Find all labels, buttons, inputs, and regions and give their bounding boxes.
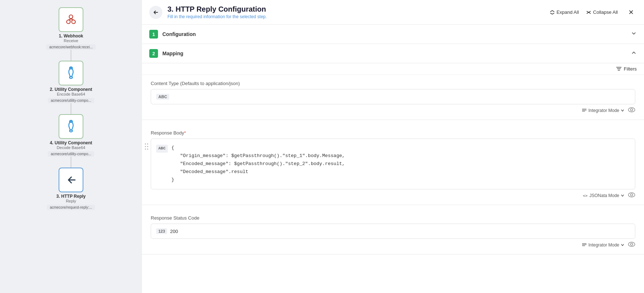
utility1-box[interactable] bbox=[59, 61, 83, 85]
svg-point-1 bbox=[72, 20, 75, 24]
utility2-box[interactable] bbox=[59, 114, 83, 139]
response-status-actions: Integrator Mode bbox=[151, 242, 635, 248]
mapping-content: Filters Content Type (Defaults to applic… bbox=[142, 63, 644, 254]
svg-text:<>: <> bbox=[583, 193, 588, 198]
response-body-preview-button[interactable] bbox=[628, 192, 635, 199]
svg-point-22 bbox=[631, 243, 633, 245]
expand-all-label: Expand All bbox=[557, 9, 579, 15]
response-status-mode-label: Integrator Mode bbox=[588, 242, 619, 248]
httpreply-box[interactable] bbox=[59, 168, 83, 192]
collapse-all-label: Collapse All bbox=[593, 9, 618, 15]
utility1-tag: acmecore/utility-compo... bbox=[48, 98, 94, 103]
content-type-input[interactable]: ABC bbox=[151, 89, 635, 104]
collapse-all-button[interactable]: Collapse All bbox=[586, 9, 618, 15]
configuration-toggle-icon bbox=[631, 31, 637, 38]
content-type-preview-button[interactable] bbox=[628, 107, 635, 114]
sections-container: 1 Configuration 2 Mapping bbox=[142, 25, 644, 293]
required-star: * bbox=[184, 130, 186, 136]
right-panel: 3. HTTP Reply Configuration Fill in the … bbox=[142, 0, 644, 293]
svg-point-0 bbox=[67, 20, 70, 24]
utility1-sublabel: Encode Base64 bbox=[57, 92, 85, 96]
configuration-section-header[interactable]: 1 Configuration bbox=[142, 25, 644, 44]
svg-point-21 bbox=[628, 242, 635, 246]
utility2-tag: acmecore/utility-compo... bbox=[48, 151, 94, 157]
filters-button[interactable]: Filters bbox=[616, 66, 637, 72]
response-body-mode-dropdown[interactable]: <> JSONata Mode bbox=[583, 193, 624, 198]
svg-point-3 bbox=[70, 76, 72, 79]
left-panel: 1. Webhook Receive acmecore/webhook:rece… bbox=[0, 0, 142, 293]
node-utility1[interactable]: 2. Utility Component Encode Base64 acmec… bbox=[48, 61, 94, 103]
utility1-label: 2. Utility Component bbox=[50, 87, 92, 92]
webhook-sublabel: Receive bbox=[64, 39, 78, 43]
content-type-label: Content Type (Defaults to application/js… bbox=[151, 81, 635, 86]
expand-all-button[interactable]: Expand All bbox=[550, 9, 579, 15]
header-title-group: 3. HTTP Reply Configuration Fill in the … bbox=[167, 5, 545, 19]
response-status-badge: 123 bbox=[156, 228, 167, 234]
response-status-label: Response Status Code bbox=[151, 215, 635, 221]
close-button[interactable]: ✕ bbox=[625, 7, 637, 18]
response-body-badge: ABC bbox=[156, 145, 168, 153]
mapping-badge: 2 bbox=[149, 49, 158, 58]
webhook-box[interactable] bbox=[59, 7, 83, 32]
config-header: 3. HTTP Reply Configuration Fill in the … bbox=[142, 0, 644, 25]
mapping-section-title: Mapping bbox=[162, 51, 627, 56]
svg-point-5 bbox=[70, 130, 72, 132]
mapping-toggle-icon bbox=[631, 50, 637, 57]
httpreply-sublabel: Reply bbox=[66, 199, 76, 203]
node-httpreply[interactable]: 3. HTTP Reply Reply acmecore/request-rep… bbox=[47, 168, 95, 210]
httpreply-label: 3. HTTP Reply bbox=[56, 194, 86, 199]
content-type-mode-label: Integrator Mode bbox=[588, 108, 619, 113]
filters-row: Filters bbox=[142, 63, 644, 75]
configuration-badge: 1 bbox=[149, 30, 158, 39]
webhook-label: 1. Webhook bbox=[59, 33, 83, 39]
response-status-preview-button[interactable] bbox=[628, 242, 635, 248]
svg-point-14 bbox=[631, 109, 633, 111]
connector-1 bbox=[71, 50, 71, 61]
header-actions: Expand All Collapse All ✕ bbox=[550, 7, 637, 18]
svg-point-17 bbox=[631, 194, 633, 196]
svg-point-16 bbox=[628, 193, 635, 197]
connector-2 bbox=[71, 103, 71, 114]
connector-3 bbox=[71, 157, 71, 168]
response-body-mode-label: JSONata Mode bbox=[589, 193, 619, 198]
utility2-label: 4. Utility Component bbox=[50, 140, 92, 145]
content-type-badge: ABC bbox=[156, 94, 169, 100]
back-button[interactable] bbox=[149, 6, 162, 19]
configuration-section-title: Configuration bbox=[162, 31, 627, 37]
svg-point-13 bbox=[628, 108, 635, 112]
response-body-input[interactable]: ABC { "Origin_message": $getPassthrough(… bbox=[151, 139, 635, 189]
mapping-section-header[interactable]: 2 Mapping bbox=[142, 44, 644, 63]
node-webhook[interactable]: 1. Webhook Receive acmecore/webhook:rece… bbox=[46, 7, 96, 50]
page-title: 3. HTTP Reply Configuration bbox=[167, 5, 545, 13]
response-status-input[interactable]: 123 200 bbox=[151, 224, 635, 239]
panel-resize-handle[interactable] bbox=[145, 144, 148, 150]
response-body-code: { "Origin_message": $getPassthrough()."s… bbox=[171, 144, 345, 184]
response-status-section: Response Status Code 123 200 Integrator … bbox=[142, 209, 644, 254]
filters-label: Filters bbox=[624, 66, 637, 72]
webhook-tag: acmecore/webhook:recei... bbox=[46, 44, 96, 50]
svg-point-2 bbox=[69, 15, 73, 19]
node-utility2[interactable]: 4. Utility Component Decode Base64 acmec… bbox=[48, 114, 94, 157]
response-status-value: 200 bbox=[170, 229, 178, 234]
content-type-section: Content Type (Defaults to application/js… bbox=[142, 75, 644, 120]
utility2-sublabel: Decode Base64 bbox=[57, 145, 85, 150]
response-body-label: Response Body* bbox=[151, 130, 635, 136]
httpreply-tag: acmecore/request-reply:... bbox=[47, 205, 95, 210]
response-body-section: Response Body* ABC { "Origin_message": $… bbox=[142, 124, 644, 205]
response-status-mode-dropdown[interactable]: Integrator Mode bbox=[582, 242, 624, 248]
response-body-actions: <> JSONata Mode bbox=[151, 192, 635, 199]
content-type-actions: Integrator Mode bbox=[151, 107, 635, 114]
content-type-mode-dropdown[interactable]: Integrator Mode bbox=[582, 108, 624, 113]
page-subtitle: Fill in the required information for the… bbox=[167, 14, 545, 19]
